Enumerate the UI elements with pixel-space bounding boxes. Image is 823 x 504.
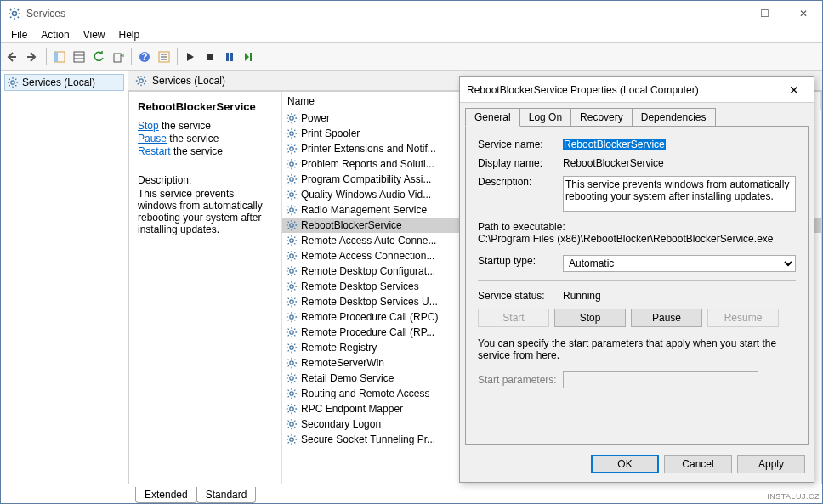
tab-recovery[interactable]: Recovery [570, 108, 633, 127]
pause-button[interactable]: Pause [631, 309, 702, 327]
menu-help[interactable]: Help [112, 27, 147, 42]
gear-icon [286, 418, 298, 430]
list-item-label: Quality Windows Audio Vid... [301, 189, 431, 201]
svg-rect-15 [230, 53, 233, 61]
dialog-close-button[interactable]: ✕ [781, 83, 807, 97]
status-buttons: Start Stop Pause Resume [478, 309, 796, 327]
dialog-footer: OK Cancel Apply [460, 450, 814, 482]
restart-link[interactable]: Restart [138, 145, 171, 157]
list-item-label: Power [301, 112, 330, 124]
help-button[interactable]: ? [135, 48, 154, 66]
restart-service-button[interactable] [240, 48, 258, 66]
ok-button[interactable]: OK [591, 455, 659, 473]
menu-action[interactable]: Action [34, 27, 76, 42]
service-actions: Stop the service Pause the service Resta… [138, 120, 273, 157]
toolbar: ? [1, 43, 822, 71]
toolbar-separator [131, 48, 132, 65]
gear-icon [286, 127, 298, 139]
svg-rect-6 [114, 54, 121, 62]
gear-icon [286, 219, 298, 231]
dialog-title: RebootBlockerService Properties (Local C… [467, 84, 781, 96]
value-display-name: RebootBlockerService [563, 157, 796, 169]
list-item-label: Program Compatibility Assi... [301, 173, 431, 185]
label-startup: Startup type: [478, 255, 563, 267]
stop-link[interactable]: Stop [138, 120, 159, 132]
minimize-button[interactable]: — [707, 1, 746, 26]
tab-extended[interactable]: Extended [135, 487, 197, 503]
dialog-body: Service name: RebootBlockerService Displ… [465, 126, 809, 445]
menu-file[interactable]: File [4, 27, 34, 42]
list-item-label: Printer Extensions and Notif... [301, 143, 436, 155]
cancel-button[interactable]: Cancel [664, 455, 732, 473]
tab-general[interactable]: General [465, 108, 520, 127]
tree-node-services-local[interactable]: Services (Local) [4, 74, 124, 91]
apply-button: Apply [737, 455, 805, 473]
list-item-label: Remote Access Connection... [301, 250, 434, 262]
services-icon [8, 7, 21, 20]
list-item-label: Secure Socket Tunneling Pr... [301, 433, 435, 445]
gear-icon [286, 311, 298, 323]
list-item-label: Remote Access Auto Conne... [301, 235, 436, 246]
gear-icon [286, 433, 298, 445]
gear-icon [286, 403, 298, 415]
value-path: C:\Program Files (x86)\RebootBlocker\Reb… [478, 233, 796, 245]
label-status: Service status: [478, 290, 563, 302]
gear-icon [286, 158, 298, 170]
window-controls: — ☐ ✕ [707, 1, 822, 26]
gear-icon [286, 388, 298, 399]
tab-logon[interactable]: Log On [519, 108, 571, 127]
menubar: File Action View Help [1, 26, 822, 43]
resume-button: Resume [707, 309, 779, 327]
hint-text: You can specify the start parameters tha… [478, 337, 796, 361]
list-item-label: Remote Desktop Configurat... [301, 265, 435, 277]
result-header-title: Services (Local) [152, 75, 225, 87]
pause-service-button[interactable] [220, 48, 239, 66]
gear-icon [286, 173, 298, 185]
export-button[interactable] [109, 48, 128, 66]
gear-icon [286, 265, 298, 277]
gear-icon [286, 112, 298, 124]
list-item-label: Remote Desktop Services U... [301, 296, 438, 308]
startup-type-select[interactable]: Automatic [563, 255, 796, 272]
forward-button[interactable] [24, 48, 43, 66]
gear-icon [135, 75, 147, 87]
window-title: Services [26, 8, 707, 20]
list-item-label: Radio Management Service [301, 204, 427, 216]
detail-column: RebootBlockerService Stop the service Pa… [129, 92, 282, 484]
tab-standard[interactable]: Standard [196, 487, 257, 503]
gear-icon [286, 342, 298, 354]
start-button: Start [478, 309, 549, 327]
properties2-button[interactable] [155, 48, 173, 66]
svg-rect-14 [226, 53, 229, 61]
gear-icon [286, 143, 298, 155]
properties-button[interactable] [70, 48, 88, 66]
svg-rect-16 [250, 53, 252, 61]
menu-view[interactable]: View [77, 27, 112, 42]
list-item-label: Retail Demo Service [301, 372, 394, 384]
gear-icon [286, 372, 298, 384]
list-item-label: Routing and Remote Access [301, 388, 429, 399]
svg-rect-2 [54, 52, 58, 62]
svg-rect-13 [207, 54, 213, 60]
refresh-button[interactable] [89, 48, 108, 66]
stop-button[interactable]: Stop [554, 309, 626, 327]
column-name-label: Name [287, 95, 315, 107]
stop-service-button[interactable] [201, 48, 219, 66]
gear-icon [286, 189, 298, 201]
toolbar-separator [46, 48, 47, 65]
show-hide-tree-button[interactable] [50, 48, 69, 66]
back-button[interactable] [4, 48, 23, 66]
description-text: This service prevents windows from autom… [138, 188, 273, 235]
value-description[interactable] [563, 176, 796, 212]
value-service-name[interactable]: RebootBlockerService [563, 139, 666, 150]
start-service-button[interactable] [181, 48, 200, 66]
titlebar: Services — ☐ ✕ [1, 1, 822, 26]
close-button[interactable]: ✕ [784, 1, 822, 26]
gear-icon [286, 296, 298, 308]
gear-icon [7, 76, 19, 88]
maximize-button[interactable]: ☐ [746, 1, 784, 26]
dialog-tabs: General Log On Recovery Dependencies [460, 103, 814, 127]
pause-link[interactable]: Pause [138, 133, 167, 144]
dialog-titlebar: RebootBlockerService Properties (Local C… [460, 77, 814, 103]
tab-dependencies[interactable]: Dependencies [632, 108, 716, 127]
